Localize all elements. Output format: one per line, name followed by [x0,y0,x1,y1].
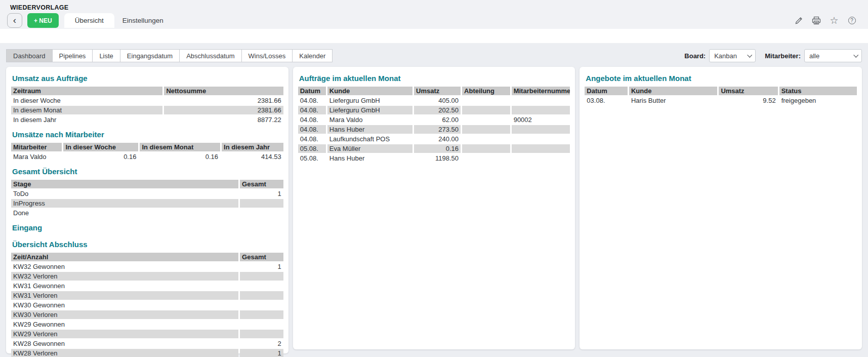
column-header: Abteilung [462,87,510,95]
tab-einstellungen[interactable]: Einstellungen [114,13,172,28]
table-cell [240,209,283,217]
table-cell [512,96,570,105]
table-cell: 1 [240,349,283,357]
table-cell: KW32 Gewonnen [11,262,238,271]
table-cell [240,301,283,309]
table-cell: Eva Müller [327,144,412,153]
column-header: Kunde [327,87,412,95]
section-title-auftraege-monat: Aufträge im aktuellen Monat [299,74,571,83]
panel-umsatz: Umsatz aus Aufträge ZeitraumNettosummeIn… [6,67,288,353]
table-row: KW30 Gewonnen [11,301,283,309]
view-toolbar: Dashboard Pipelines Liste Eingangsdatum … [0,49,868,62]
table-cell: 2381.66 [164,96,283,105]
section-title-eingang: Eingang [12,223,284,232]
table-row: KW28 Gewonnen2 [11,339,283,348]
table-cell: Haris Butter [629,96,717,105]
view-tab-abschlussdatum[interactable]: Abschlussdatum [180,49,241,62]
tab-uebersicht[interactable]: Übersicht [64,13,114,28]
view-tab-wins-losses[interactable]: Wins/Losses [242,49,293,62]
new-button[interactable]: + NEU [27,13,59,28]
star-icon[interactable]: ☆ [829,16,839,26]
table-cell [462,125,510,134]
table-header-row: StageGesamt [11,180,283,188]
column-header: Datum [585,87,628,95]
table-row: 04.08.Lieferguru GmbH405.00 [298,96,570,105]
table-row: In dieser Woche2381.66 [11,96,283,105]
main-content: Dashboard Pipelines Liste Eingangsdatum … [0,43,868,353]
column-header: Umsatz [719,87,777,95]
section-title-umsaetze-mitarbeiter: Umsätze nach Mitarbeiter [12,130,284,139]
table-cell [240,330,283,338]
table-cell: 0.16 [63,152,138,161]
table-cell: KW32 Verloren [11,272,238,281]
table-row: KW32 Verloren [11,272,283,281]
table-cell: Laufkundschaft POS [327,135,412,143]
table-umsaetze-mitarbeiter: MitarbeiterIn dieser WocheIn diesem Mona… [10,142,285,162]
table-header-row: Zeit/AnzahlGesamt [11,253,283,261]
header-icon-group: ☆ ? [794,13,861,28]
table-cell: 05.08. [298,144,326,153]
mitarbeiter-select[interactable]: alle [804,49,862,62]
table-cell: Lieferguru GmbH [327,96,412,105]
table-gesamt-uebersicht: StageGesamtToDo1InProgressDone [10,179,285,218]
table-cell [240,272,283,281]
table-angebote-monat: DatumKundeUmsatzStatus03.08.Haris Butter… [583,86,858,106]
table-cell: 05.08. [298,154,326,163]
table-cell [462,135,510,143]
table-cell [462,115,510,124]
column-header: Zeitraum [11,87,162,95]
table-cell: 9.52 [719,96,777,105]
table-row: 04.08.Hans Huber273.50 [298,125,570,134]
table-row: KW28 Verloren1 [11,349,283,357]
section-title-angebote-monat: Angebote im aktuellen Monat [586,74,857,83]
table-cell: Hans Huber [327,125,412,134]
column-header: Mitarbeiternummer [512,87,570,95]
table-cell: 0.16 [414,144,461,153]
table-cell [512,125,570,134]
print-icon[interactable] [811,16,821,26]
table-cell: KW29 Verloren [11,330,238,338]
view-tab-kalender[interactable]: Kalender [293,49,333,62]
table-auftraege-monat: DatumKundeUmsatzAbteilungMitarbeiternumm… [297,86,572,164]
table-cell: 1 [240,189,283,198]
edit-icon[interactable] [794,16,804,26]
table-row: 03.08.Haris Butter9.52freigegeben [585,96,857,105]
view-tab-liste[interactable]: Liste [93,49,120,62]
table-cell [240,199,283,208]
table-cell [512,154,570,163]
table-cell [512,106,570,114]
table-cell [240,282,283,290]
table-row: ToDo1 [11,189,283,198]
header-controls: ‹ + NEU Übersicht Einstellungen [7,13,861,28]
table-cell: 405.00 [414,96,461,105]
column-header: Nettosumme [164,87,283,95]
column-header: Zeit/Anzahl [11,253,238,261]
column-header: Gesamt [240,180,283,188]
column-header: Datum [298,87,326,95]
table-cell: KW31 Gewonnen [11,282,238,290]
view-tab-dashboard[interactable]: Dashboard [6,49,53,62]
column-header: In diesem Jahr [222,143,283,151]
table-row: 04.08.Lieferguru GmbH202.50 [298,106,570,114]
table-cell: 414.53 [222,152,283,161]
view-tab-pipelines[interactable]: Pipelines [53,49,93,62]
help-icon[interactable]: ? [847,16,857,26]
table-cell: 240.00 [414,135,461,143]
table-cell: KW29 Gewonnen [11,320,238,329]
table-row: KW32 Gewonnen1 [11,262,283,271]
back-button[interactable]: ‹ [7,13,22,28]
table-row: KW29 Gewonnen [11,320,283,329]
table-cell [512,135,570,143]
table-cell [512,144,570,153]
table-header-row: ZeitraumNettosumme [11,87,283,95]
board-select[interactable]: Kanban [709,49,756,62]
table-cell: 2381.66 [164,106,283,114]
table-cell: Mara Valdo [11,152,62,161]
table-cell: In diesem Jahr [11,115,162,124]
table-cell: Done [11,209,238,217]
view-tab-eingangsdatum[interactable]: Eingangsdatum [120,49,180,62]
column-header: Umsatz [414,87,461,95]
table-cell: 04.08. [298,96,326,105]
table-cell: 04.08. [298,125,326,134]
table-row: KW29 Verloren [11,330,283,338]
